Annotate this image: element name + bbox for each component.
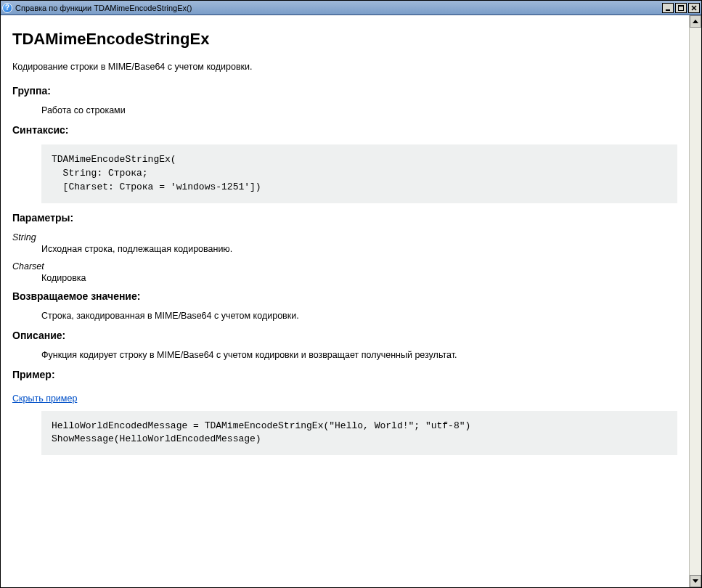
syntax-heading: Синтаксис: <box>12 124 677 136</box>
close-button[interactable] <box>688 3 700 13</box>
param-desc: Исходная строка, подлежащая кодированию. <box>41 244 677 254</box>
client-area: TDAMimeEncodeStringEx Кодирование строки… <box>1 15 701 587</box>
param-name: String <box>12 232 677 242</box>
content-area: TDAMimeEncodeStringEx Кодирование строки… <box>1 15 689 587</box>
minimize-icon <box>665 5 671 11</box>
chevron-down-icon <box>693 579 698 583</box>
minimize-button[interactable] <box>662 3 674 13</box>
scroll-down-button[interactable] <box>690 575 701 587</box>
param-name: Charset <box>12 261 677 271</box>
close-icon <box>691 5 697 11</box>
params-heading: Параметры: <box>12 212 677 224</box>
param-desc: Кодировка <box>41 273 677 283</box>
return-heading: Возвращаемое значение: <box>12 290 677 302</box>
chevron-up-icon <box>693 20 698 23</box>
scroll-up-button[interactable] <box>690 15 701 28</box>
summary-text: Кодирование строки в MIME/Base64 с учето… <box>12 62 677 72</box>
svg-rect-2 <box>678 5 684 7</box>
desc-value: Функция кодирует строку в MIME/Base64 с … <box>41 350 677 360</box>
example-heading: Пример: <box>12 369 677 380</box>
window-title: Справка по функции TDAMimeEncodeStringEx… <box>15 4 662 12</box>
help-window: ? Справка по функции TDAMimeEncodeString… <box>0 0 702 588</box>
window-controls <box>662 3 700 13</box>
return-value: Строка, закодированная в MIME/Base64 с у… <box>41 311 677 321</box>
vertical-scrollbar[interactable] <box>689 15 701 587</box>
maximize-button[interactable] <box>675 3 687 13</box>
page-title: TDAMimeEncodeStringEx <box>12 30 677 49</box>
titlebar[interactable]: ? Справка по функции TDAMimeEncodeString… <box>1 1 701 15</box>
desc-heading: Описание: <box>12 330 677 341</box>
group-value: Работа со строками <box>41 105 677 115</box>
help-icon: ? <box>2 3 12 13</box>
param-block: Charset Кодировка <box>12 261 677 283</box>
example-code: HelloWorldEncodedMessage = TDAMimeEncode… <box>41 411 677 456</box>
example-toggle-link[interactable]: Скрыть пример <box>12 393 77 404</box>
svg-rect-0 <box>666 9 670 11</box>
scroll-track[interactable] <box>690 28 701 575</box>
syntax-code: TDAMimeEncodeStringEx( String: Строка; [… <box>41 144 677 203</box>
param-block: String Исходная строка, подлежащая кодир… <box>12 232 677 254</box>
maximize-icon <box>678 5 684 11</box>
group-heading: Группа: <box>12 85 677 97</box>
